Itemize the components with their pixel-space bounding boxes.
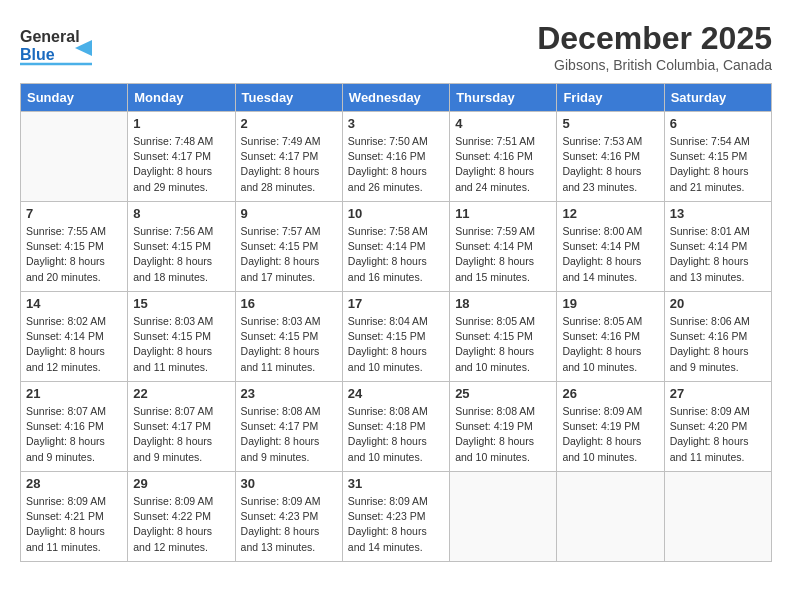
calendar-cell — [21, 112, 128, 202]
calendar-header-row: SundayMondayTuesdayWednesdayThursdayFrid… — [21, 84, 772, 112]
day-info: Sunrise: 8:08 AMSunset: 4:17 PMDaylight:… — [241, 404, 337, 465]
calendar-cell: 10Sunrise: 7:58 AMSunset: 4:14 PMDayligh… — [342, 202, 449, 292]
day-info: Sunrise: 8:04 AMSunset: 4:15 PMDaylight:… — [348, 314, 444, 375]
calendar-cell: 6Sunrise: 7:54 AMSunset: 4:15 PMDaylight… — [664, 112, 771, 202]
day-number: 25 — [455, 386, 551, 401]
calendar-cell: 21Sunrise: 8:07 AMSunset: 4:16 PMDayligh… — [21, 382, 128, 472]
weekday-header: Sunday — [21, 84, 128, 112]
calendar-cell: 25Sunrise: 8:08 AMSunset: 4:19 PMDayligh… — [450, 382, 557, 472]
day-number: 5 — [562, 116, 658, 131]
calendar-cell: 8Sunrise: 7:56 AMSunset: 4:15 PMDaylight… — [128, 202, 235, 292]
day-number: 26 — [562, 386, 658, 401]
calendar-cell: 1Sunrise: 7:48 AMSunset: 4:17 PMDaylight… — [128, 112, 235, 202]
day-info: Sunrise: 7:53 AMSunset: 4:16 PMDaylight:… — [562, 134, 658, 195]
day-number: 24 — [348, 386, 444, 401]
calendar-cell: 9Sunrise: 7:57 AMSunset: 4:15 PMDaylight… — [235, 202, 342, 292]
weekday-header: Friday — [557, 84, 664, 112]
calendar-cell: 13Sunrise: 8:01 AMSunset: 4:14 PMDayligh… — [664, 202, 771, 292]
day-number: 1 — [133, 116, 229, 131]
logo-svg: General Blue — [20, 20, 100, 70]
day-number: 9 — [241, 206, 337, 221]
day-number: 2 — [241, 116, 337, 131]
weekday-header: Tuesday — [235, 84, 342, 112]
calendar-cell: 20Sunrise: 8:06 AMSunset: 4:16 PMDayligh… — [664, 292, 771, 382]
calendar-cell: 31Sunrise: 8:09 AMSunset: 4:23 PMDayligh… — [342, 472, 449, 562]
day-info: Sunrise: 8:08 AMSunset: 4:18 PMDaylight:… — [348, 404, 444, 465]
calendar-cell: 4Sunrise: 7:51 AMSunset: 4:16 PMDaylight… — [450, 112, 557, 202]
day-number: 16 — [241, 296, 337, 311]
day-info: Sunrise: 8:07 AMSunset: 4:17 PMDaylight:… — [133, 404, 229, 465]
day-number: 20 — [670, 296, 766, 311]
calendar-cell: 19Sunrise: 8:05 AMSunset: 4:16 PMDayligh… — [557, 292, 664, 382]
calendar-cell: 30Sunrise: 8:09 AMSunset: 4:23 PMDayligh… — [235, 472, 342, 562]
day-info: Sunrise: 8:05 AMSunset: 4:16 PMDaylight:… — [562, 314, 658, 375]
day-info: Sunrise: 8:00 AMSunset: 4:14 PMDaylight:… — [562, 224, 658, 285]
day-number: 3 — [348, 116, 444, 131]
day-info: Sunrise: 8:07 AMSunset: 4:16 PMDaylight:… — [26, 404, 122, 465]
calendar-cell: 14Sunrise: 8:02 AMSunset: 4:14 PMDayligh… — [21, 292, 128, 382]
weekday-header: Monday — [128, 84, 235, 112]
day-info: Sunrise: 8:09 AMSunset: 4:20 PMDaylight:… — [670, 404, 766, 465]
calendar-week-row: 14Sunrise: 8:02 AMSunset: 4:14 PMDayligh… — [21, 292, 772, 382]
calendar-cell: 22Sunrise: 8:07 AMSunset: 4:17 PMDayligh… — [128, 382, 235, 472]
calendar-cell: 27Sunrise: 8:09 AMSunset: 4:20 PMDayligh… — [664, 382, 771, 472]
day-info: Sunrise: 7:51 AMSunset: 4:16 PMDaylight:… — [455, 134, 551, 195]
svg-text:Blue: Blue — [20, 46, 55, 63]
day-number: 6 — [670, 116, 766, 131]
calendar-week-row: 28Sunrise: 8:09 AMSunset: 4:21 PMDayligh… — [21, 472, 772, 562]
svg-text:General: General — [20, 28, 80, 45]
calendar-cell: 28Sunrise: 8:09 AMSunset: 4:21 PMDayligh… — [21, 472, 128, 562]
weekday-header: Thursday — [450, 84, 557, 112]
day-number: 23 — [241, 386, 337, 401]
day-info: Sunrise: 8:02 AMSunset: 4:14 PMDaylight:… — [26, 314, 122, 375]
calendar-cell: 11Sunrise: 7:59 AMSunset: 4:14 PMDayligh… — [450, 202, 557, 292]
weekday-header: Wednesday — [342, 84, 449, 112]
day-number: 13 — [670, 206, 766, 221]
calendar-table: SundayMondayTuesdayWednesdayThursdayFrid… — [20, 83, 772, 562]
day-info: Sunrise: 8:05 AMSunset: 4:15 PMDaylight:… — [455, 314, 551, 375]
day-info: Sunrise: 8:08 AMSunset: 4:19 PMDaylight:… — [455, 404, 551, 465]
day-number: 18 — [455, 296, 551, 311]
day-number: 12 — [562, 206, 658, 221]
day-info: Sunrise: 8:09 AMSunset: 4:19 PMDaylight:… — [562, 404, 658, 465]
day-number: 7 — [26, 206, 122, 221]
calendar-cell — [557, 472, 664, 562]
day-number: 10 — [348, 206, 444, 221]
day-number: 4 — [455, 116, 551, 131]
calendar-cell: 12Sunrise: 8:00 AMSunset: 4:14 PMDayligh… — [557, 202, 664, 292]
day-number: 29 — [133, 476, 229, 491]
day-info: Sunrise: 7:56 AMSunset: 4:15 PMDaylight:… — [133, 224, 229, 285]
calendar-cell: 18Sunrise: 8:05 AMSunset: 4:15 PMDayligh… — [450, 292, 557, 382]
page-subtitle: Gibsons, British Columbia, Canada — [537, 57, 772, 73]
day-info: Sunrise: 8:09 AMSunset: 4:21 PMDaylight:… — [26, 494, 122, 555]
day-number: 27 — [670, 386, 766, 401]
day-info: Sunrise: 7:48 AMSunset: 4:17 PMDaylight:… — [133, 134, 229, 195]
calendar-cell: 16Sunrise: 8:03 AMSunset: 4:15 PMDayligh… — [235, 292, 342, 382]
day-number: 11 — [455, 206, 551, 221]
calendar-cell: 26Sunrise: 8:09 AMSunset: 4:19 PMDayligh… — [557, 382, 664, 472]
day-info: Sunrise: 8:09 AMSunset: 4:23 PMDaylight:… — [241, 494, 337, 555]
day-number: 31 — [348, 476, 444, 491]
day-info: Sunrise: 7:57 AMSunset: 4:15 PMDaylight:… — [241, 224, 337, 285]
day-info: Sunrise: 8:03 AMSunset: 4:15 PMDaylight:… — [241, 314, 337, 375]
day-info: Sunrise: 8:09 AMSunset: 4:23 PMDaylight:… — [348, 494, 444, 555]
page-header: General Blue December 2025 Gibsons, Brit… — [20, 20, 772, 73]
day-info: Sunrise: 8:03 AMSunset: 4:15 PMDaylight:… — [133, 314, 229, 375]
calendar-cell: 15Sunrise: 8:03 AMSunset: 4:15 PMDayligh… — [128, 292, 235, 382]
calendar-week-row: 21Sunrise: 8:07 AMSunset: 4:16 PMDayligh… — [21, 382, 772, 472]
day-info: Sunrise: 7:58 AMSunset: 4:14 PMDaylight:… — [348, 224, 444, 285]
calendar-cell — [450, 472, 557, 562]
weekday-header: Saturday — [664, 84, 771, 112]
day-info: Sunrise: 7:59 AMSunset: 4:14 PMDaylight:… — [455, 224, 551, 285]
calendar-cell: 24Sunrise: 8:08 AMSunset: 4:18 PMDayligh… — [342, 382, 449, 472]
calendar-cell — [664, 472, 771, 562]
calendar-cell: 17Sunrise: 8:04 AMSunset: 4:15 PMDayligh… — [342, 292, 449, 382]
calendar-cell: 23Sunrise: 8:08 AMSunset: 4:17 PMDayligh… — [235, 382, 342, 472]
day-number: 15 — [133, 296, 229, 311]
calendar-cell: 3Sunrise: 7:50 AMSunset: 4:16 PMDaylight… — [342, 112, 449, 202]
calendar-cell: 5Sunrise: 7:53 AMSunset: 4:16 PMDaylight… — [557, 112, 664, 202]
calendar-week-row: 1Sunrise: 7:48 AMSunset: 4:17 PMDaylight… — [21, 112, 772, 202]
page-title: December 2025 — [537, 20, 772, 57]
day-info: Sunrise: 7:50 AMSunset: 4:16 PMDaylight:… — [348, 134, 444, 195]
calendar-cell: 29Sunrise: 8:09 AMSunset: 4:22 PMDayligh… — [128, 472, 235, 562]
